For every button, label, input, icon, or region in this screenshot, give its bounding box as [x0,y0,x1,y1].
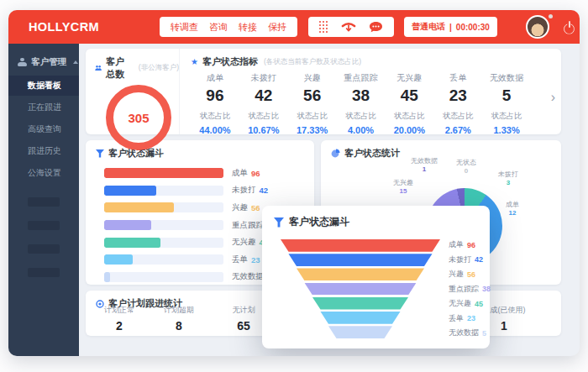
funnel-legend-value: 5 [482,329,486,338]
pie-label: 无兴趣15 [385,179,422,196]
funnel-bar-track [104,202,223,212]
sidebar-item[interactable]: 跟进历史 [8,141,79,161]
modal-title: 客户状态漏斗 [289,215,349,229]
card-subtitle: (非公海客户) [139,63,179,73]
pie-label: 成单12 [494,201,531,218]
funnel-segment [281,239,440,252]
call-action-button[interactable]: 保持 [268,21,286,34]
funnel-modal: 客户状态漏斗 成单 96 未拨打 42 兴趣 56 重点跟踪 38 无兴趣 45… [262,206,490,348]
ratio-label: 状态占比 [385,111,433,122]
call-action-button[interactable]: 咨询 [209,21,228,34]
plan-metric-column: 计划正常 2 [104,305,134,333]
funnel-bar-track [104,220,223,230]
funnel-segment [281,268,440,280]
funnel-bar-label: 丢单 [232,254,248,265]
funnel-legend-label: 无效数据 [449,327,479,338]
pie-chart-icon [331,149,340,158]
sidebar: 客户管理 数据看板正在跟进高级查询跟进历史公海设置 [8,44,79,356]
funnel-legend-row: 未拨打 42 [449,254,491,265]
card-title: 客户总数 [106,55,133,81]
funnel-bar-track [104,238,223,248]
sidebar-item[interactable]: 高级查询 [8,119,79,139]
customer-total-value: 305 [128,111,149,125]
funnel-bar-value: 96 [251,169,260,178]
status-label: 未拨打 [239,72,288,84]
call-status-display: 普通电话 | 00:00:30 [404,17,497,37]
sidebar-item[interactable]: 正在跟进 [8,97,79,118]
funnel-legend-label: 无兴趣 [449,298,471,309]
plan-metric-column: 计划超期 8 [164,305,194,333]
status-value: 45 [385,86,433,105]
funnel-legend-label: 重点跟踪 [449,284,479,295]
sidebar-item[interactable]: 数据看板 [8,76,79,96]
summary-card: 客户总数 (非公海客户) 305 ★ 客户状态指标 (各状态当前客户数及状态占比… [86,49,561,134]
pie-label: 无状态0 [448,159,485,176]
funnel-legend-row: 丢单 23 [449,313,491,324]
funnel-bar-track [104,254,223,265]
status-divider: | [449,23,452,32]
status-metric-column: 丢单 23 状态占比 2.67% [433,72,482,135]
status-value: 42 [239,86,288,105]
plan-metric-column: 无计划 65 [233,305,255,333]
funnel-bar-label: 成单 [232,168,248,179]
ratio-value: 10.67% [239,125,288,135]
sidebar-group-label: 客户管理 [31,56,66,68]
sidebar-group-customer-management[interactable]: 客户管理 [8,44,79,76]
pie-label: 无效数据1 [406,157,443,175]
funnel-legend-row: 无效数据 5 [449,327,491,338]
funnel-bar-row: 未拨打 42 [96,182,314,200]
funnel-legend-value: 96 [467,241,475,249]
phone-mode-label: 普通电话 [412,21,445,33]
ratio-value: 44.00% [191,125,239,135]
call-action-button[interactable]: 转接 [239,21,257,34]
plan-value: 65 [233,319,255,333]
funnel-bar-value: 56 [251,203,260,212]
app-logo: HOLLYCRM [29,20,99,34]
funnel-legend-row: 无兴趣 45 [449,298,491,309]
ratio-label: 状态占比 [337,111,386,122]
power-icon[interactable] [563,21,575,34]
ratio-label: 状态占比 [239,111,288,122]
status-value: 23 [433,86,482,105]
funnel-bar-value: 23 [251,255,260,265]
funnel-segment [281,326,440,338]
dialpad-icon[interactable] [319,21,328,34]
status-metrics-block: ★ 客户状态指标 (各状态当前客户数及状态占比) 成单 96 状态占比 44.0… [180,49,561,134]
funnel-legend-value: 38 [482,285,491,293]
ratio-value: 20.00% [385,125,433,135]
ratio-label: 状态占比 [433,111,482,122]
status-label: 兴趣 [288,72,337,84]
status-value: 96 [191,86,239,105]
sidebar-menu: 数据看板正在跟进高级查询跟进历史公海设置 [8,76,79,183]
funnel-bar-row: 成单 96 [96,165,314,182]
chevron-right-icon[interactable]: › [551,91,555,104]
funnel-legend-label: 丢单 [449,313,464,324]
presence-dot [549,14,553,18]
funnel-bar-label: 重点跟踪 [232,220,264,231]
sidebar-item[interactable]: 公海设置 [8,163,79,183]
hangup-phone-icon[interactable] [341,21,356,34]
funnel-segment [281,283,440,296]
call-action-button[interactable]: 转调查 [171,21,198,34]
sidebar-placeholder [28,244,60,254]
funnel-bar-label: 未拨打 [232,185,256,196]
ratio-label: 状态占比 [191,111,239,122]
funnel-bar [104,168,223,178]
funnel-legend-value: 45 [475,300,483,308]
target-icon [96,300,104,308]
ratio-value: 1.33% [482,125,531,135]
call-timer: 00:00:30 [456,23,490,32]
status-value: 38 [337,86,386,105]
chat-icon[interactable] [369,21,383,34]
funnel-bar [104,202,174,212]
user-avatar[interactable] [526,15,549,39]
customer-total-block: 客户总数 (非公海客户) 305 [86,49,180,134]
phone-tools-group [308,17,394,37]
status-label: 丢单 [433,72,482,84]
status-metric-column: 无兴趣 45 状态占比 20.00% [385,72,433,135]
plan-label: 计划超期 [164,305,194,316]
status-metric-column: 无效数据 5 状态占比 1.33% [482,72,531,135]
sidebar-placeholder [28,221,60,230]
ratio-value: 2.67% [433,125,482,135]
funnel-bar [104,254,133,265]
